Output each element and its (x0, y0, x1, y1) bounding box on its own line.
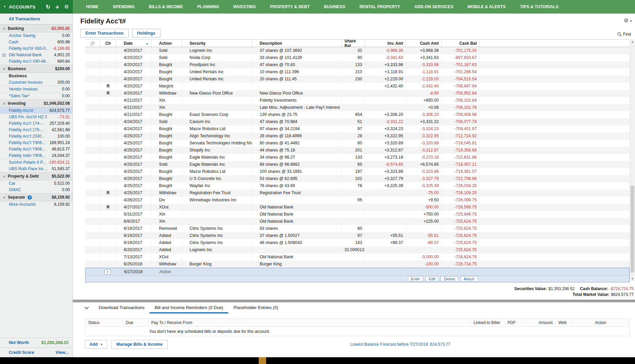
account-row[interactable]: ▤ More Accounts 8,159.92 (0, 201, 73, 208)
cash-amt-column-header[interactable]: Cash Amt (406, 40, 442, 47)
account-group-header[interactable]: Business i $200.00 (0, 65, 73, 73)
manage-bills-income-button[interactable]: Manage Bills & Income (111, 340, 167, 349)
scroll-down-icon[interactable]: ▼ (630, 277, 635, 280)
account-row[interactable]: ▤ GMAC 0.00 (0, 187, 73, 193)
expand-triangle-icon[interactable] (3, 196, 5, 198)
nav-item[interactable]: MOBILE & ALERTS (460, 4, 513, 9)
status-column-header[interactable]: Status (85, 320, 123, 325)
enter-transactions-button[interactable]: Enter Transactions (80, 29, 129, 38)
account-name[interactable]: Cash (9, 40, 18, 45)
account-row[interactable]: ▤ Fidelity Acc't# X83-0... -8,189.65 (0, 45, 73, 52)
bottom-tab[interactable]: Bill and Income Reminders (0 Due) (150, 305, 228, 314)
sidebar-all-transactions[interactable]: All Transactions (0, 14, 73, 24)
register-row[interactable]: 6/19/2017 Added Citrix Systems Inc 46 sh… (85, 239, 630, 246)
register-row[interactable]: 4/25/2017 Bought Shopify Inc 44 shares @… (85, 147, 630, 154)
net-worth-label[interactable]: Net Worth (9, 340, 29, 345)
account-name[interactable]: Customer Invoices (9, 80, 42, 85)
register-row[interactable]: R 4/20/2017 MargInt +2,432.40 -2,432.40 … (85, 83, 630, 90)
chevron-down-icon[interactable]: ▼ (630, 20, 632, 23)
register-row[interactable]: 6/25/2018 Withdraw Burger King Burger Ki… (85, 261, 630, 268)
attachment-column-header[interactable] (85, 40, 100, 47)
account-name[interactable]: Fidelity Acc't Y906... (9, 140, 45, 145)
date-column-header[interactable]: Date ▲ (116, 40, 152, 47)
nav-item[interactable]: HOME (79, 4, 106, 9)
account-name[interactable]: *Sales Tax* (9, 94, 29, 99)
credit-score-view-link[interactable]: View... (56, 350, 68, 355)
account-row[interactable]: ▤ Fidelity Acc't Y906... 46,613.77 (0, 146, 73, 153)
action-column-header-bottom[interactable]: Action (572, 320, 629, 325)
expand-triangle-icon[interactable] (3, 175, 5, 177)
find-control[interactable]: Find (617, 32, 631, 37)
holdings-button[interactable]: Holdings (132, 29, 160, 38)
credit-score-label[interactable]: Credit Score (9, 350, 34, 355)
register-row[interactable]: 4/25/2017 Bought Mazor Robotics Ltd 100 … (85, 168, 630, 175)
register-row[interactable]: 4/25/2017 Bought Eagle Materials Inc 34 … (85, 154, 630, 161)
account-group-header[interactable]: Investing i $1,046,552.08 (0, 99, 73, 107)
account-row[interactable]: ▤ Fidelity Indiv Y906... 24,544.37 (0, 153, 73, 159)
account-row[interactable]: ▤ Fidelity Acc't# 624,573.77 (0, 107, 73, 114)
nav-item[interactable]: INVESTING (226, 4, 263, 9)
scrollbar-thumb[interactable] (631, 186, 634, 272)
account-name[interactable]: Car (9, 181, 15, 186)
account-group-header[interactable]: Separate i $8,159.92 (0, 193, 73, 201)
account-row[interactable]: ▤ Customer Invoices 200.00 (0, 79, 73, 86)
register-scrollbar[interactable]: ▲ ▼ (630, 39, 635, 281)
nav-item[interactable]: BUSINESS (317, 4, 352, 9)
info-icon[interactable]: i (27, 195, 32, 200)
register-row[interactable]: 7/13/2017 XOut Old National Bank -3,000.… (85, 254, 630, 261)
add-account-icon[interactable]: + (55, 4, 59, 10)
bottom-tab[interactable]: Download Transactions (94, 305, 150, 314)
account-name[interactable]: UBS Fin. Acc't# HZ 0 (9, 115, 47, 120)
inv-amt-column-header[interactable]: Inv. Amt (365, 40, 406, 47)
nav-item[interactable]: RENTAL PROPERTY (352, 4, 407, 9)
clr-column-header[interactable]: Clr (100, 40, 116, 47)
account-row[interactable]: ▤ UBS Fin. Acc't# HZ 0 -73.31 (0, 114, 73, 120)
web-column-header[interactable]: Web (555, 320, 572, 325)
account-name[interactable]: Fidelity Acc't 176-... (9, 127, 44, 133)
action-column-header[interactable]: Action (152, 40, 182, 47)
account-row[interactable]: ▤ Old National Bank 4,902.20 (0, 52, 73, 58)
account-row[interactable]: ▤ *Sales Tax* 0.00 (0, 93, 73, 99)
account-name[interactable]: SunAm Polaris II P... (9, 160, 46, 165)
register-row[interactable]: R 4/27/2017 XOut Old National Bank -500.… (85, 204, 630, 211)
taskbar-app-icon[interactable] (259, 357, 266, 364)
account-row[interactable]: ▤ Car 5,522.00 (0, 180, 73, 187)
register-row[interactable]: 4/20/2017 Sold Nvida Corp 33 shares @ 10… (85, 54, 630, 61)
register-row[interactable]: 6/19/2017 Added Citrix Systems Inc 37 sh… (85, 232, 630, 239)
expand-triangle-icon[interactable] (3, 67, 5, 70)
register-row[interactable]: 6/9/2017 XIn Old National Bank +225.00 -… (85, 218, 630, 225)
account-name[interactable]: Business (9, 74, 27, 79)
register-row[interactable]: 4/20/2017 Sold Logmein Inc 37 shares @ 1… (85, 47, 630, 54)
accounts-settings-icon[interactable]: ⚙ (64, 4, 69, 10)
account-row[interactable]: ▤ UBS Roth Pace Ira ... 51,585.37 (0, 166, 73, 172)
entry-action-button[interactable]: Edit (425, 276, 438, 282)
account-actions-menu[interactable]: ⚙ ▼ (624, 17, 632, 24)
account-row[interactable]: ▤ Vendor Invoices 0.00 (0, 86, 73, 93)
register-row[interactable]: 4/21/2017 XIn Late Misc. Adjkustment - L… (85, 104, 630, 111)
lowest-balance-forecast-link[interactable]: Lowest Balance Forecast before 7/27/2018… (350, 342, 451, 347)
account-name[interactable]: Vendor Invoices (9, 87, 38, 92)
register-row[interactable]: 4/26/2017 Div Winnebago Industries Inc 9… (85, 197, 630, 204)
register-row[interactable]: 4/24/2017 Bought Mazor Robotics Ltd 97 s… (85, 125, 630, 133)
account-row[interactable]: ▤ Fidelity Acc't X90-49... 680.64 (0, 58, 73, 65)
entry-dropdown-button[interactable]: ▼ (105, 269, 111, 275)
nav-item[interactable]: PLANNING (190, 4, 226, 9)
account-name[interactable]: Anchor Saving (9, 33, 35, 38)
entry-action-button[interactable]: Delete (441, 276, 458, 282)
entry-date-field[interactable]: 6/27/2018 (117, 269, 152, 274)
panel-splitter[interactable] (73, 300, 635, 302)
entry-action-field[interactable]: Action (152, 269, 182, 274)
scroll-up-icon[interactable]: ▲ (630, 40, 635, 43)
register-row[interactable]: 4/25/2017 Bought Align Techonology Inc 2… (85, 133, 630, 140)
account-name[interactable]: Fidelity Acc't# X83-0... (9, 46, 49, 51)
share-bal-column-header[interactable]: Share Bal (342, 40, 365, 47)
bottom-tab[interactable]: Placeholder Entries (0) (228, 305, 283, 314)
account-name[interactable]: Old National Bank (9, 53, 42, 58)
gear-icon[interactable]: ⚙ (624, 17, 629, 24)
register-row[interactable]: 5/31/2017 XIn Old National Bank +750.00 … (85, 211, 630, 218)
account-group-header[interactable]: Banking i -$2,005.85 (0, 24, 73, 33)
amount-column-header[interactable]: Amount (521, 320, 555, 325)
account-row[interactable]: ▤ Fidelity Acc't 176-... 42,561.68 (0, 127, 73, 133)
security-column-header[interactable]: Security (182, 40, 252, 47)
expand-triangle-icon[interactable] (3, 102, 5, 104)
